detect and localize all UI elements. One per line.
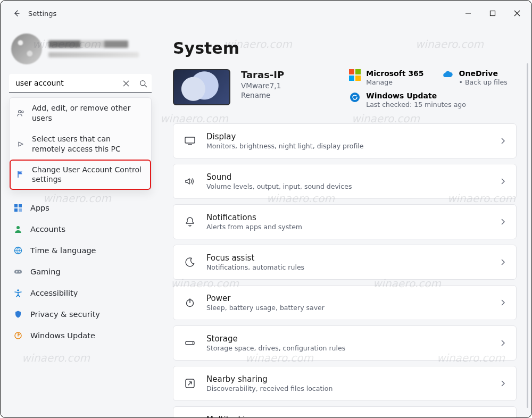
tile-windows-update[interactable]: Windows Update Last checked: 15 minutes …	[349, 91, 517, 108]
maximize-button[interactable]	[480, 5, 505, 22]
row-display[interactable]: DisplayMonitors, brightness, night light…	[173, 123, 517, 158]
row-sound[interactable]: SoundVolume levels, output, input, sound…	[173, 164, 517, 199]
row-sub: Sleep, battery usage, battery saver	[206, 304, 325, 312]
chevron-right-icon	[500, 177, 506, 187]
row-nearby-sharing[interactable]: Nearby sharingDiscoverability, received …	[173, 366, 517, 401]
back-button[interactable]	[8, 5, 25, 22]
svg-point-3	[22, 111, 24, 113]
row-notifications[interactable]: NotificationsAlerts from apps and system	[173, 204, 517, 239]
suggestion-uac-settings[interactable]: Change User Account Control settings	[10, 160, 151, 190]
page-heading: System	[173, 39, 517, 57]
update-badge-icon	[349, 91, 361, 103]
chevron-right-icon	[500, 379, 506, 389]
row-title: Multitasking	[206, 415, 340, 417]
chevron-right-icon	[500, 136, 506, 146]
suggestion-other-users[interactable]: Add, edit, or remove other users	[10, 98, 151, 129]
system-top-row: Taras-IP VMware7,1 Rename Microsoft 365 …	[165, 69, 517, 108]
nav-windows-update[interactable]: Windows Update	[6, 325, 155, 346]
row-power[interactable]: PowerSleep, battery usage, battery saver	[173, 285, 517, 320]
settings-window: Settings	[0, 0, 532, 418]
row-sub: Alerts from apps and system	[206, 223, 302, 231]
nav-privacy[interactable]: Privacy & security	[6, 304, 155, 324]
avatar	[11, 34, 42, 64]
svg-point-8	[16, 226, 20, 229]
nav-label: Gaming	[30, 267, 61, 276]
row-storage[interactable]: StorageStorage space, drives, configurat…	[173, 325, 517, 361]
account-colored-icon	[13, 225, 23, 233]
suggestion-label: Select users that can remotely access th…	[32, 134, 145, 154]
clear-search-button[interactable]	[118, 74, 135, 93]
nav-label: Time & language	[30, 246, 96, 255]
onedrive-icon	[442, 69, 454, 81]
window-buttons	[456, 5, 529, 22]
sidebar: Add, edit, or remove other users Select …	[1, 26, 160, 417]
tile-title: Microsoft 365	[366, 69, 423, 78]
pc-name: Taras-IP	[241, 69, 284, 80]
row-sub: Notifications, automatic rules	[206, 263, 304, 271]
globe-colored-icon	[13, 246, 23, 255]
row-sub: Volume levels, output, input, sound devi…	[206, 182, 352, 190]
svg-rect-10	[14, 270, 22, 274]
row-sub: Storage space, drives, configuration rul…	[206, 344, 345, 352]
row-focus-assist[interactable]: Focus assistNotifications, automatic rul…	[173, 245, 517, 280]
main-panel: System Taras-IP VMware7,1 Rename Microso…	[160, 26, 531, 417]
scrollbar[interactable]	[527, 63, 528, 408]
nav-label: Accessibility	[30, 289, 78, 297]
profile-block[interactable]	[6, 28, 155, 74]
share-icon	[183, 378, 197, 389]
svg-point-2	[19, 110, 21, 113]
nav-label: Accounts	[30, 225, 65, 233]
svg-rect-7	[19, 208, 22, 212]
svg-point-11	[19, 271, 20, 272]
tile-microsoft365[interactable]: Microsoft 365 Manage	[349, 69, 423, 86]
nav-gaming[interactable]: Gaming	[6, 262, 155, 282]
desktop-thumbnail[interactable]	[173, 69, 230, 105]
tile-title: Windows Update	[366, 91, 466, 100]
nav-apps[interactable]: Apps	[6, 198, 155, 218]
close-button[interactable]	[505, 5, 529, 22]
row-title: Sound	[206, 172, 352, 182]
x-icon	[123, 80, 129, 87]
svg-point-12	[17, 290, 19, 292]
display-icon	[183, 135, 197, 147]
nav-accessibility[interactable]: Accessibility	[6, 283, 155, 303]
suggestion-label: Change User Account Control settings	[32, 165, 145, 185]
update-colored-icon	[13, 331, 23, 340]
chevron-right-icon	[500, 298, 506, 308]
minimize-button[interactable]	[456, 5, 480, 22]
gaming-colored-icon	[13, 267, 23, 276]
power-icon	[183, 297, 197, 308]
microsoft-logo-icon	[349, 69, 361, 81]
tile-sub: Manage	[366, 78, 423, 86]
storage-icon	[183, 337, 197, 349]
nav-time-language[interactable]: Time & language	[6, 240, 155, 261]
sound-icon	[183, 175, 197, 187]
flag-icon	[16, 170, 26, 179]
row-title: Nearby sharing	[206, 374, 332, 384]
close-icon	[514, 10, 520, 16]
svg-rect-0	[491, 11, 495, 16]
svg-point-14	[350, 93, 360, 102]
nav-label: Apps	[30, 204, 49, 212]
nav-label: Windows Update	[30, 331, 95, 340]
row-multitasking[interactable]: MultitaskingSnap windows, desktops, task…	[173, 406, 517, 417]
apps-colored-icon	[13, 204, 23, 212]
row-title: Focus assist	[206, 253, 304, 263]
chevron-right-icon	[500, 338, 506, 348]
rename-pc-link[interactable]: Rename	[241, 91, 284, 99]
shield-colored-icon	[13, 310, 23, 319]
svg-rect-4	[14, 204, 18, 207]
nav-accounts[interactable]: Accounts	[6, 219, 155, 239]
svg-rect-6	[14, 208, 18, 212]
profile-email-redacted	[48, 52, 139, 57]
row-title: Display	[206, 132, 363, 141]
maximize-icon	[489, 10, 496, 16]
access-colored-icon	[13, 289, 23, 297]
search-suggestions: Add, edit, or remove other users Select …	[9, 97, 152, 190]
suggestion-remote-users[interactable]: Select users that can remotely access th…	[10, 129, 151, 160]
row-sub: Monitors, brightness, night light, displ…	[206, 142, 363, 150]
chevron-right-icon	[500, 257, 506, 267]
tile-onedrive[interactable]: OneDrive • Back up files	[442, 69, 517, 86]
search-button[interactable]	[135, 74, 152, 93]
settings-list: DisplayMonitors, brightness, night light…	[165, 123, 517, 417]
